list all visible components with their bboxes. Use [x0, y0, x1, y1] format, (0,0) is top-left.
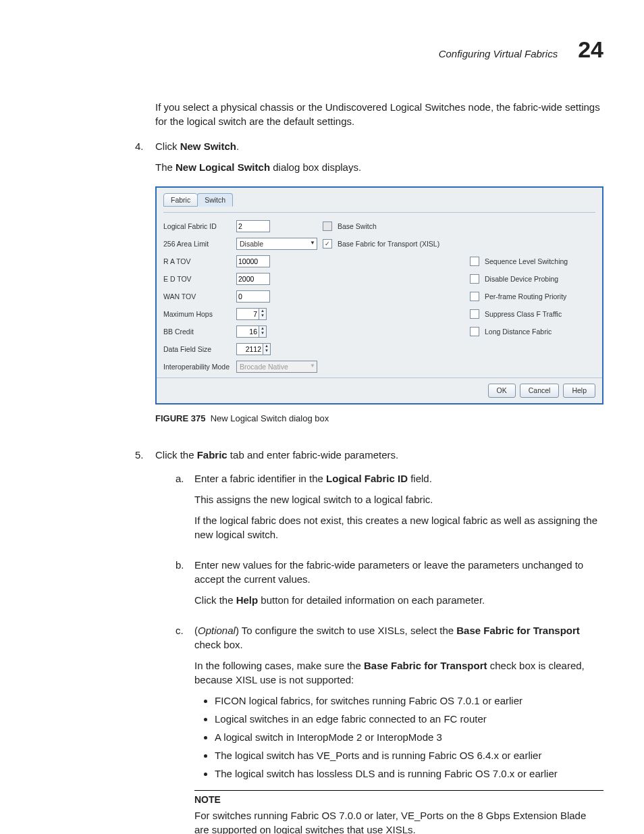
cancel-button[interactable]: Cancel [520, 384, 560, 398]
tab-fabric[interactable]: Fabric [163, 193, 198, 207]
long-distance-checkbox[interactable]: Long Distance Fabric [470, 325, 595, 338]
per-frame-checkbox[interactable]: Per-frame Routing Priority [470, 290, 595, 303]
label-logical-fabric-id: Logical Fabric ID [163, 219, 231, 233]
tab-switch[interactable]: Switch [197, 193, 233, 207]
page-header: Configuring Virtual Fabrics 24 [68, 34, 603, 66]
list-item: The logical switch has lossless DLS and … [215, 766, 603, 781]
label-ra-tov: R A TOV [163, 255, 231, 268]
step-number: 4. [135, 139, 155, 438]
base-fabric-transport-checkbox[interactable]: Base Fabric for Transport (XISL) [323, 237, 464, 251]
figure-caption: FIGURE 375 New Logical Switch dialog box [155, 413, 603, 425]
header-title: Configuring Virtual Fabrics [439, 47, 558, 61]
intro-paragraph: If you select a physical chassis or the … [155, 100, 603, 128]
data-field-stepper[interactable]: ▲▼ [236, 343, 271, 355]
sequence-level-checkbox[interactable]: Sequence Level Switching [470, 255, 595, 268]
label-ed-tov: E D TOV [163, 272, 231, 286]
label-bb-credit: BB Credit [163, 325, 231, 338]
list-item: FICON logical fabrics, for switches runn… [215, 694, 603, 708]
substep-a: a. Enter a fabric identifier in the Logi… [176, 471, 603, 548]
bb-credit-stepper[interactable]: ▲▼ [236, 325, 267, 338]
step-4-result: The New Logical Switch dialog box displa… [155, 160, 603, 174]
step-4: 4. Click New Switch. The New Logical Swi… [135, 139, 603, 438]
chapter-number: 24 [578, 34, 603, 66]
step-4-text: Click New Switch. [155, 139, 603, 153]
step-5-text: Click the Fabric tab and enter fabric-wi… [155, 448, 603, 462]
base-switch-checkbox[interactable]: Base Switch [323, 219, 464, 233]
disable-probing-checkbox[interactable]: Disable Device Probing [470, 272, 595, 286]
step-number: 5. [135, 448, 155, 834]
new-logical-switch-dialog: Fabric Switch Logical Fabric ID 256 Area… [155, 186, 603, 405]
help-button[interactable]: Help [563, 384, 595, 398]
list-item: The logical switch has VE_Ports and is r… [215, 748, 603, 762]
list-item: A logical switch in InteropMode 2 or Int… [215, 730, 603, 744]
wan-tov-input[interactable] [236, 290, 270, 303]
note-rule-top [194, 790, 603, 791]
interop-select: Brocade Native [236, 361, 317, 373]
step-5: 5. Click the Fabric tab and enter fabric… [135, 448, 603, 834]
list-item: Logical switches in an edge fabric conne… [215, 712, 603, 726]
ra-tov-input[interactable] [236, 255, 270, 267]
note-body: For switches running Fabric OS 7.0.0 or … [194, 808, 603, 834]
ed-tov-input[interactable] [236, 273, 270, 285]
max-hops-stepper[interactable]: ▲▼ [236, 308, 267, 320]
xisl-exceptions-list: FICON logical fabrics, for switches runn… [194, 694, 603, 781]
label-max-hops: Maximum Hops [163, 307, 231, 321]
dialog-button-bar: OK Cancel Help [157, 377, 602, 403]
area-limit-select[interactable]: Disable [236, 238, 317, 250]
label-data-field: Data Field Size [163, 342, 231, 356]
note-heading: NOTE [194, 793, 603, 807]
suppress-class-f-checkbox[interactable]: Suppress Class F Traffic [470, 307, 595, 321]
label-256-area: 256 Area Limit [163, 237, 231, 251]
substep-b: b. Enter new values for the fabric-wide … [176, 558, 603, 614]
ok-button[interactable]: OK [488, 384, 516, 398]
dialog-tabbar: Fabric Switch [163, 193, 595, 207]
substep-c: c. (Optional) To configure the switch to… [176, 623, 603, 834]
label-wan-tov: WAN TOV [163, 290, 231, 303]
logical-fabric-id-input[interactable] [236, 220, 270, 232]
label-interop: Interoperability Mode [163, 360, 231, 373]
